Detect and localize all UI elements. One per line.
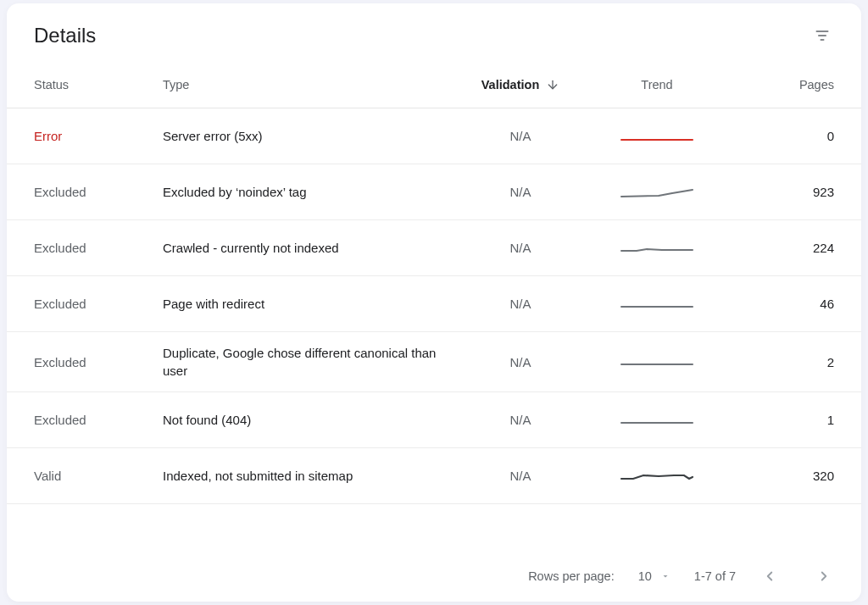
card-header: Details xyxy=(7,3,861,61)
pages-cell: 46 xyxy=(721,297,834,311)
pages-cell: 320 xyxy=(721,469,834,483)
type-cell: Indexed, not submitted in sitemap xyxy=(163,467,448,485)
card-title: Details xyxy=(34,24,96,47)
pager-range: 1-7 of 7 xyxy=(694,569,736,583)
status-text: Excluded xyxy=(34,241,86,255)
pages-cell: 1 xyxy=(721,413,834,427)
trend-sparkline xyxy=(620,182,694,203)
trend-cell xyxy=(593,126,721,147)
status-cell: Excluded xyxy=(34,241,163,255)
validation-cell: N/A xyxy=(448,355,593,369)
type-cell: Crawled - currently not indexed xyxy=(163,239,448,257)
type-cell: Page with redirect xyxy=(163,295,448,313)
rows-per-page-label: Rows per page: xyxy=(528,569,615,583)
table-row[interactable]: Excluded Crawled - currently not indexed… xyxy=(7,220,861,276)
rows-per-page-select[interactable]: 10 xyxy=(638,569,670,583)
trend-cell xyxy=(593,352,721,372)
pager-next-button[interactable] xyxy=(814,566,834,586)
trend-cell xyxy=(593,466,721,486)
col-header-type[interactable]: Type xyxy=(163,78,448,92)
sort-arrow-down-icon xyxy=(546,78,559,92)
table-row[interactable]: Excluded Duplicate, Google chose differe… xyxy=(7,332,861,392)
status-text: Excluded xyxy=(34,355,86,369)
trend-cell xyxy=(593,410,721,430)
table-row[interactable]: Valid Indexed, not submitted in sitemap … xyxy=(7,448,861,504)
table-header-row: Status Type Validation Trend Pages xyxy=(7,61,861,108)
table-row[interactable]: Excluded Page with redirect N/A 46 xyxy=(7,276,861,332)
rows-per-page-value: 10 xyxy=(638,569,652,583)
filter-button[interactable] xyxy=(810,24,834,47)
type-cell: Excluded by ‘noindex’ tag xyxy=(163,183,448,201)
trend-sparkline xyxy=(620,352,694,372)
chevron-left-icon xyxy=(762,569,777,584)
chevron-right-icon xyxy=(816,569,832,584)
trend-sparkline xyxy=(620,466,694,486)
status-text: Excluded xyxy=(34,413,86,427)
table-row[interactable]: Excluded Excluded by ‘noindex’ tag N/A 9… xyxy=(7,164,861,220)
table-row[interactable]: Error Server error (5xx) N/A 0 xyxy=(7,108,861,164)
pages-cell: 923 xyxy=(721,185,834,199)
type-cell: Duplicate, Google chose different canoni… xyxy=(163,344,448,380)
col-header-status[interactable]: Status xyxy=(34,78,163,92)
details-table: Status Type Validation Trend Pages Error… xyxy=(7,61,861,554)
trend-sparkline xyxy=(620,126,694,147)
details-card: Details Status Type Validation xyxy=(7,3,861,602)
pages-cell: 224 xyxy=(721,241,834,255)
table-body: Error Server error (5xx) N/A 0 Excluded … xyxy=(7,108,861,504)
trend-sparkline xyxy=(620,294,694,314)
status-cell: Excluded xyxy=(34,185,163,199)
validation-cell: N/A xyxy=(448,185,593,199)
trend-sparkline xyxy=(620,410,694,430)
validation-cell: N/A xyxy=(448,469,593,483)
status-cell: Excluded xyxy=(34,413,163,427)
pager-nav xyxy=(760,566,834,586)
col-header-pages[interactable]: Pages xyxy=(721,78,834,92)
trend-cell xyxy=(593,182,721,203)
type-cell: Not found (404) xyxy=(163,411,448,429)
validation-cell: N/A xyxy=(448,413,593,427)
trend-cell xyxy=(593,294,721,314)
status-cell: Excluded xyxy=(34,297,163,311)
col-header-trend[interactable]: Trend xyxy=(593,78,721,92)
status-text: Valid xyxy=(34,469,61,483)
pages-cell: 2 xyxy=(721,355,834,369)
pages-cell: 0 xyxy=(721,129,834,143)
status-cell: Valid xyxy=(34,469,163,483)
status-text: Error xyxy=(34,129,62,143)
validation-cell: N/A xyxy=(448,129,593,143)
col-header-validation-label: Validation xyxy=(481,78,540,92)
status-cell: Error xyxy=(34,129,163,143)
table-pager: Rows per page: 10 1-7 of 7 xyxy=(7,554,861,602)
table-row[interactable]: Excluded Not found (404) N/A 1 xyxy=(7,392,861,448)
validation-cell: N/A xyxy=(448,241,593,255)
col-header-validation[interactable]: Validation xyxy=(448,78,593,92)
status-text: Excluded xyxy=(34,185,86,199)
dropdown-icon xyxy=(660,571,670,581)
validation-cell: N/A xyxy=(448,297,593,311)
pager-prev-button[interactable] xyxy=(760,566,780,586)
trend-sparkline xyxy=(620,238,694,258)
status-text: Excluded xyxy=(34,297,86,311)
trend-cell xyxy=(593,238,721,258)
filter-icon xyxy=(814,27,831,44)
type-cell: Server error (5xx) xyxy=(163,127,448,145)
status-cell: Excluded xyxy=(34,355,163,369)
